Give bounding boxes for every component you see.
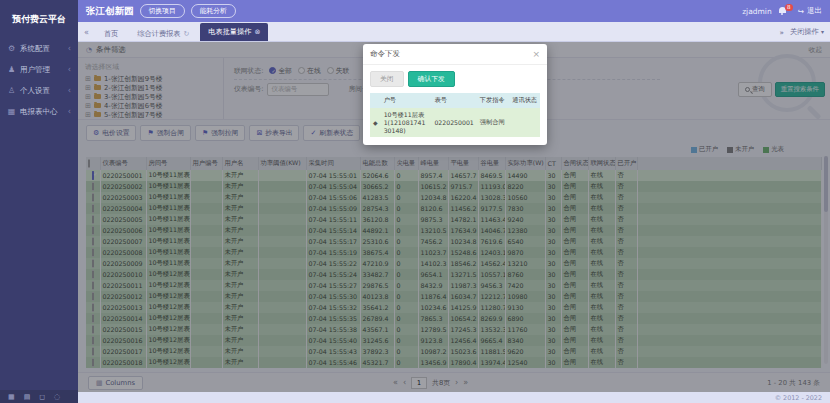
content-area: ◔ 条件筛选 收起 请选择区域 ⊞ 1-张江创新园9号楼 ⊞	[78, 42, 830, 392]
app-logo: 预付费云平台	[0, 0, 78, 38]
energy-analysis-button[interactable]: 能耗分析	[191, 4, 236, 18]
sidebar-item[interactable]: ▦ 电报表中心 ‹	[0, 101, 78, 122]
close-tab-icon[interactable]: ⊗	[254, 28, 260, 36]
dispatch-command: 强制合闸	[477, 108, 509, 137]
logout-button[interactable]: ↪ 退出	[798, 6, 822, 16]
sidebar-item[interactable]: ⚙ 系统配置 ‹	[0, 38, 78, 59]
sidebar-item-label: 系统配置	[20, 44, 50, 54]
top-header: 张江创新园 切换项目 能耗分析 zjadmin 8 ↪ 退出	[78, 0, 830, 22]
dispatch-row[interactable]: ◆ 10号楼11层表 1(12108174130148) 0220250001 …	[370, 108, 540, 137]
gear-icon: ⚙	[7, 44, 16, 53]
confirm-dispatch-button[interactable]: 确认下发	[408, 71, 455, 87]
app-window: 预付费云平台 ⚙ 系统配置 ‹ ♟ 用户管理 ‹ ♙ 个人设置 ‹ ▦ 电报表中…	[0, 0, 830, 403]
tab-bar: « 首页 综合计费报表↻ 电表批量操作⊗ » 关闭操作 ▾	[78, 22, 830, 42]
dispatch-account: 10号楼11层表 1(12108174130148)	[381, 108, 432, 137]
sidebar-menu: ⚙ 系统配置 ‹ ♟ 用户管理 ‹ ♙ 个人设置 ‹ ▦ 电报表中心 ‹	[0, 38, 78, 390]
notification-bell-icon[interactable]: 8	[779, 6, 791, 16]
grid-icon: ▦	[7, 107, 16, 116]
collapse-tabs-icon[interactable]: «	[84, 28, 89, 37]
logout-icon: ↪	[798, 7, 804, 16]
modal-title: 命令下发	[370, 49, 400, 59]
user-icon: ♟	[7, 65, 16, 74]
grid-icon[interactable]: ▦	[8, 393, 15, 401]
row-expand-icon[interactable]: ◆	[373, 119, 378, 126]
sidebar: 预付费云平台 ⚙ 系统配置 ‹ ♟ 用户管理 ‹ ♙ 个人设置 ‹ ▦ 电报表中…	[0, 0, 78, 403]
dispatch-status	[509, 108, 540, 137]
expand-tabs-icon[interactable]: »	[780, 28, 784, 37]
close-operations-dropdown[interactable]: 关闭操作 ▾	[790, 27, 824, 37]
project-title: 张江创新园	[86, 5, 134, 18]
tab-meter-batch-active[interactable]: 电表批量操作⊗	[200, 23, 268, 41]
command-dispatch-modal: 命令下发 × 关闭 确认下发 户号 表号	[363, 44, 547, 145]
monitor-icon[interactable]: ▤	[24, 393, 31, 401]
dispatch-header-row: 户号 表号 下发指令 通讯状态	[370, 93, 540, 108]
dispatch-meter: 0220250001	[431, 108, 476, 137]
chevron-left-icon: ‹	[68, 107, 71, 116]
col-meter: 表号	[431, 93, 476, 108]
header-right: zjadmin 8 ↪ 退出	[742, 6, 822, 16]
sidebar-item[interactable]: ♙ 个人设置 ‹	[0, 80, 78, 101]
chevron-left-icon: ‹	[68, 86, 71, 95]
main-column: 张江创新园 切换项目 能耗分析 zjadmin 8 ↪ 退出 « 首页	[78, 0, 830, 403]
power-icon[interactable]: ◌	[54, 393, 60, 401]
switch-project-button[interactable]: 切换项目	[140, 4, 185, 18]
sidebar-item-label: 用户管理	[20, 65, 50, 75]
tabbar-right: » 关闭操作 ▾	[780, 27, 824, 37]
modal-body: 关闭 确认下发 户号 表号 下发指令 通讯状态	[363, 65, 547, 145]
col-account: 户号	[381, 93, 432, 108]
username[interactable]: zjadmin	[742, 7, 772, 16]
sidebar-item-label: 电报表中心	[20, 107, 58, 117]
copyright-text: © 2012 - 2022	[775, 394, 822, 402]
person-icon: ♙	[7, 86, 16, 95]
col-command: 下发指令	[477, 93, 509, 108]
caret-down-icon: ▾	[821, 28, 824, 35]
dispatch-table: 户号 表号 下发指令 通讯状态 ◆ 10号楼11层表 1(12108174130…	[370, 93, 540, 137]
copyright-bar: © 2012 - 2022	[78, 392, 830, 403]
modal-close-icon[interactable]: ×	[532, 50, 540, 58]
chevron-left-icon: ‹	[68, 65, 71, 74]
modal-close-button[interactable]: 关闭	[370, 71, 404, 87]
refresh-icon[interactable]: ↻	[183, 30, 189, 38]
col-status: 通讯状态	[509, 93, 540, 108]
chevron-left-icon: ‹	[68, 44, 71, 53]
notification-badge: 8	[785, 4, 793, 11]
sidebar-item[interactable]: ♟ 用户管理 ‹	[0, 59, 78, 80]
sidebar-item-label: 个人设置	[20, 86, 50, 96]
modal-header: 命令下发 ×	[363, 44, 547, 65]
tab-home[interactable]: 首页	[96, 26, 126, 41]
tab-billing-report[interactable]: 综合计费报表↻	[129, 26, 197, 41]
sidebar-footer: ▦▤◻◌	[0, 390, 78, 403]
chat-icon[interactable]: ◻	[39, 393, 45, 401]
